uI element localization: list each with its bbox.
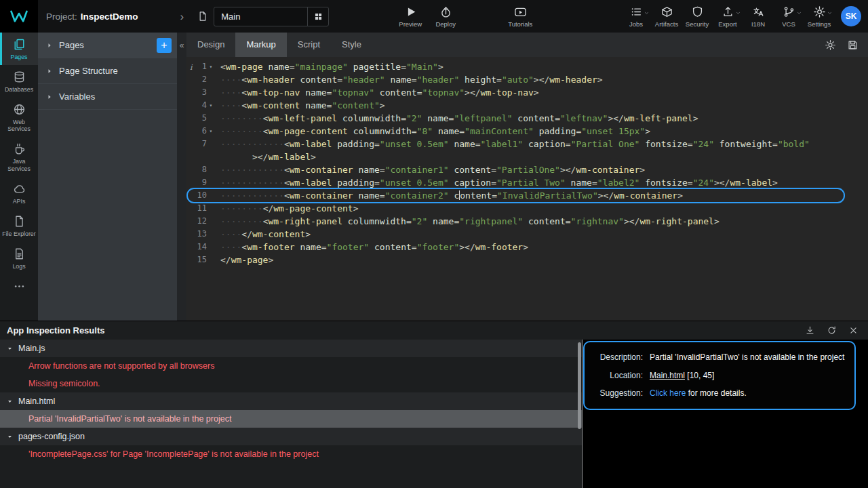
code-text: ············<wm-label padding="unset 0.5…	[215, 138, 810, 150]
code-text: ············<wm-label padding="unset 0.5…	[215, 176, 778, 189]
save-icon[interactable]	[847, 39, 859, 51]
caret-down-icon	[7, 399, 13, 405]
inspection-header: App Inspection Results	[0, 321, 868, 340]
rail-item-databases[interactable]: Databases	[0, 65, 38, 98]
topbar-tutorials-button[interactable]: Tutorials	[508, 5, 532, 28]
rail-item-apis[interactable]: APIs	[0, 177, 38, 209]
rail-item-pages[interactable]: Pages	[0, 33, 38, 65]
code-line-14[interactable]: 14····<wm-footer name="footer" content="…	[186, 241, 868, 253]
tab-script[interactable]: Script	[287, 33, 331, 57]
rail-item-java-services[interactable]: Java Services	[0, 137, 38, 176]
topbar-export-button[interactable]: Export	[715, 5, 740, 28]
close-icon[interactable]	[848, 325, 859, 336]
caret-down-icon	[7, 434, 13, 440]
code-line-13[interactable]: 13····</wm-content>	[186, 228, 868, 241]
code-line-15[interactable]: 15</wm-page>	[186, 253, 868, 266]
page-selector[interactable]: Main	[214, 7, 329, 26]
page-grid-button[interactable]	[307, 7, 328, 26]
code-text: ········</wm-page-content>	[215, 202, 359, 215]
topbar-right-actions: JobsArtifactsSecurityExportI18NVCSSettin…	[624, 5, 831, 28]
topbar-center-actions: PreviewDeployTutorials	[398, 5, 532, 28]
scrollbar-thumb[interactable]	[578, 342, 581, 429]
topbar-jobs-button[interactable]: Jobs	[624, 5, 648, 28]
topbar-security-button[interactable]: Security	[685, 5, 709, 28]
error-detail-grid: Description: Partial 'InvalidPartialTwo'…	[591, 351, 845, 400]
code-text: ····<wm-header content="header" name="he…	[215, 73, 603, 86]
code-line-8[interactable]: 8············<wm-container name="contain…	[186, 163, 868, 176]
refresh-icon[interactable]	[827, 325, 837, 336]
tab-style[interactable]: Style	[331, 33, 372, 57]
jobs-label: Jobs	[629, 20, 643, 28]
rail-item-web-services[interactable]: Web Services	[0, 98, 38, 137]
topbar-preview-button[interactable]: Preview	[398, 5, 422, 28]
gutter: 15	[186, 253, 215, 266]
code-line-2[interactable]: 2····<wm-header content="header" name="h…	[186, 73, 868, 86]
topbar-vcs-button[interactable]: VCS	[776, 5, 801, 28]
topbar-artifacts-button[interactable]: Artifacts	[654, 5, 679, 28]
explorer-section-pages[interactable]: Pages+	[38, 33, 177, 58]
editor-tools	[825, 39, 868, 51]
inspection-error[interactable]: Partial 'InvalidPartialTwo' is not avail…	[0, 410, 582, 428]
rail-item-file-explorer[interactable]: File Explorer	[0, 209, 38, 242]
topbar-settings-button[interactable]: Settings	[807, 5, 831, 28]
add-page-button[interactable]: +	[157, 38, 172, 53]
inspection-file-main-html[interactable]: Main.html	[0, 392, 582, 410]
fold-toggle-icon[interactable]: ▾	[207, 60, 215, 73]
tutorials-label: Tutorials	[508, 20, 532, 28]
web-services-icon	[13, 103, 26, 116]
suggestion-value: Click here for more details.	[650, 387, 845, 400]
topbar-i18n-button[interactable]: I18N	[746, 5, 770, 28]
code-text: ········<wm-right-panel columnwidth="2" …	[215, 215, 719, 228]
inspection-file-main-js[interactable]: Main.js	[0, 340, 582, 357]
code-text: ></wm-label>	[215, 150, 316, 163]
code-line-wrap[interactable]: ></wm-label>	[186, 150, 868, 163]
fold-toggle-icon[interactable]: ▾	[207, 125, 215, 138]
editor: DesignMarkupScriptStyle i1▾<wm-page name…	[186, 33, 868, 321]
code-line-3[interactable]: 3····<wm-top-nav name="topnav" content="…	[186, 86, 868, 99]
code-line-10[interactable]: 10············<wm-container name="contai…	[186, 189, 868, 202]
line-number: 4	[186, 99, 207, 112]
location-file-link[interactable]: Main.html	[650, 371, 685, 380]
vcs-label: VCS	[782, 20, 795, 28]
code-line-7[interactable]: 7············<wm-label padding="unset 0.…	[186, 138, 868, 150]
code-line-5[interactable]: 5········<wm-left-panel columnwidth="2" …	[186, 112, 868, 125]
inspection-error[interactable]: Missing semicolon.	[0, 375, 582, 392]
user-avatar[interactable]: SK	[841, 6, 861, 26]
tab-markup[interactable]: Markup	[235, 33, 286, 57]
fold-toggle-icon[interactable]: ▾	[207, 99, 215, 112]
app-logo[interactable]	[0, 0, 38, 33]
export-label: Export	[718, 20, 736, 28]
artifacts-label: Artifacts	[655, 20, 678, 28]
suggestion-link[interactable]: Click here	[650, 388, 686, 398]
apis-icon	[13, 182, 26, 195]
download-icon[interactable]	[805, 325, 815, 336]
inspection-error[interactable]: 'IncompletePage.css' for Page 'Incomplet…	[0, 445, 582, 463]
rail-item-logs[interactable]: Logs	[0, 242, 38, 274]
app-inspection-panel: App Inspection Results Main.jsArrow func…	[0, 321, 868, 488]
explorer-section-variables[interactable]: Variables	[38, 84, 177, 110]
markup-settings-icon[interactable]	[825, 39, 836, 51]
inspection-file-pages-config-json[interactable]: pages-config.json	[0, 428, 582, 445]
line-number: 11	[186, 202, 207, 215]
security-icon	[691, 5, 704, 18]
breadcrumb-chevron-icon: ›	[180, 11, 184, 22]
code-line-11[interactable]: 11········</wm-page-content>	[186, 202, 868, 215]
topbar-deploy-button[interactable]: Deploy	[433, 5, 458, 28]
caret-down-icon	[7, 346, 13, 352]
code-line-12[interactable]: 12········<wm-right-panel columnwidth="2…	[186, 215, 868, 228]
gutter: i1▾	[186, 60, 215, 73]
code-line-1[interactable]: i1▾<wm-page name="mainpage" pagetitle="M…	[186, 60, 868, 73]
code-line-6[interactable]: 6▾········<wm-page-content columnwidth="…	[186, 125, 868, 138]
code-editor[interactable]: i1▾<wm-page name="mainpage" pagetitle="M…	[186, 57, 868, 321]
caret-right-icon	[46, 68, 53, 75]
gutter: 14	[186, 241, 215, 253]
code-line-4[interactable]: 4▾····<wm-content name="content">	[186, 99, 868, 112]
pages-icon	[13, 38, 26, 51]
code-line-9[interactable]: 9············<wm-label padding="unset 0.…	[186, 176, 868, 189]
tab-design[interactable]: Design	[186, 33, 235, 57]
inspection-error[interactable]: Arrow functions are not supported by all…	[0, 357, 582, 375]
explorer-section-page-structure[interactable]: Page Structure	[38, 58, 177, 84]
collapse-panel-button[interactable]: «	[177, 33, 186, 321]
rail-item-more[interactable]	[0, 274, 38, 298]
gutter: 5	[186, 112, 215, 125]
